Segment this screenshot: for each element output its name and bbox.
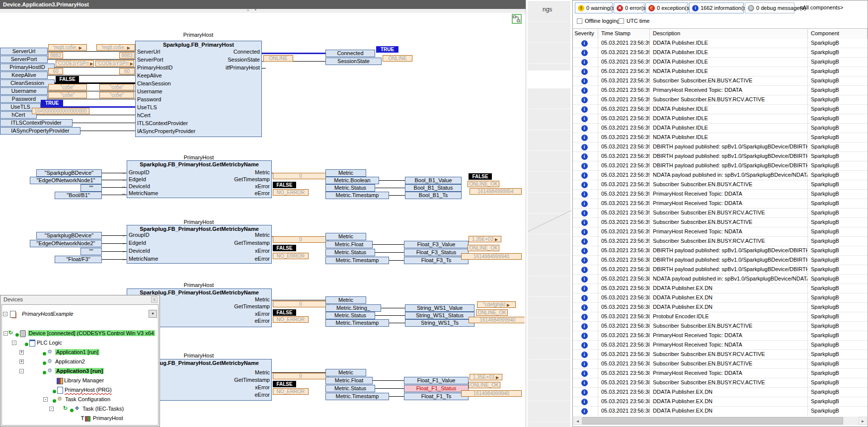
log-row[interactable]: i05.03.2021 23:56:39NDATA Publisher.IDLE… [573,67,868,76]
tree-item-task-configuration[interactable]: -⚙Task Configuration [2,395,158,404]
badge-online-ok[interactable]: ONLINE_OK [468,245,499,251]
vbox-username[interactable]: Username [0,87,48,95]
log-row[interactable]: i05.03.2021 23:56:38PrimaryHost Received… [573,341,868,350]
badge-no-error[interactable]: NO_ERROR [273,388,309,395]
log-row[interactable]: i05.03.2021 23:56:39DBIRTH payload publi… [573,142,868,152]
vbox-metric-timestamp[interactable]: Metric.Timestamp [325,257,389,264]
vbox-metric-timestamp[interactable]: Metric.Timestamp [325,319,389,327]
offline-logging-checkbox[interactable] [577,18,582,24]
bbadge-false[interactable]: FALSE [273,381,296,387]
tree-item-library-manager[interactable]: Library Manager [2,376,158,385]
vbox-primaryhostid[interactable]: PrimaryHostID [0,64,55,71]
badge-60[interactable]: 60 [119,68,135,74]
vbox-bool-b1-status[interactable]: Bool_B1_Status [405,184,462,192]
expand-icon[interactable]: + [19,359,24,364]
filter-warning-button[interactable]: !0 warning(s) [575,2,613,13]
vbox-metric[interactable]: Metric [325,233,366,240]
vbox-edgeofnetworknode1[interactable]: "EdgeOfNetworkNode1" [30,177,102,184]
badge-60[interactable]: 60 [48,68,63,74]
log-row[interactable]: i05.03.2021 23:56:39Subscriber Subscribe… [573,237,868,246]
vbox-[interactable]: "" [80,184,102,192]
badge-no-error[interactable]: NO_ERROR [273,189,309,196]
bbadge-false[interactable]: FALSE [56,76,79,82]
log-row[interactable]: i05.03.2021 23:56:39NDATA Publisher.IDLE… [573,133,868,142]
log-row[interactable]: i05.03.2021 23:56:39PrimaryHost Received… [573,190,868,199]
vbox-float-f3-ts[interactable]: Float_F3_Ts [404,257,469,264]
vbox-metric-status[interactable]: Metric.Status [325,312,375,319]
column-header-time-stamp[interactable]: Time Stamp [598,29,650,39]
log-row[interactable]: i05.03.2021 23:56:39Subscriber Subscribe… [573,180,868,190]
log-row[interactable]: i05.03.2021 23:56:39PrimaryHost Received… [573,199,868,209]
badge-mqtt-co5e[interactable]: 'mqtt.co5e.▶ [96,44,135,51]
log-row[interactable]: i05.03.2021 23:56:39DDATA Publisher.IDLE… [573,58,868,67]
vbox-metric[interactable]: Metric [325,296,366,304]
badge-1-35e-03[interactable]: 1.35E+03▶ [470,374,502,380]
badge-1614984999940[interactable]: 1614984999940 [461,390,522,397]
badge-online[interactable]: ONLINE [263,55,293,62]
log-row[interactable]: i05.03.2021 23:56:38Subscriber Subscribe… [573,350,868,359]
expander-icon[interactable]: - [3,312,7,316]
badge-1614984999954[interactable]: 1614984999954 [470,188,522,195]
collapse-down-icon[interactable]: ▾ [254,7,257,12]
column-header-severity[interactable]: Severity [573,29,598,39]
blbadge-true[interactable]: TRUE [41,100,63,106]
log-row[interactable]: i05.03.2021 23:56:38PrimaryHost Received… [573,369,868,378]
log-row[interactable]: i05.03.2021 23:56:39PrimaryHost Received… [573,86,868,95]
bbadge-false[interactable]: FALSE [273,182,296,188]
log-row[interactable]: i05.03.2021 23:56:39DDATA Publisher.IDLE… [573,48,868,58]
bbadge-false[interactable]: FALSE [273,309,296,316]
vbox-metric-status[interactable]: Metric.Status [325,385,375,392]
bbadge-false[interactable]: FALSE [469,173,492,180]
log-row[interactable]: i05.03.2021 23:56:38DDATA Publisher.EX.D… [573,284,868,293]
vbox-serverurl[interactable]: ServerUrl [0,48,48,55]
utc-time-checkbox[interactable] [619,18,624,24]
vbox-sparkplugbdevice[interactable]: "SparkplugBDevice" [36,169,102,177]
filter-debug-button[interactable]: D0 debug message(s) [745,2,794,13]
filter-information-button[interactable]: i1662 information(s) [689,2,744,13]
log-row[interactable]: i05.03.2021 23:56:38Subscriber Subscribe… [573,359,868,369]
bbadge-false[interactable]: FALSE [273,245,296,251]
vbox-metric-status[interactable]: Metric.Status [325,249,375,256]
vbox-string-ws1-ts[interactable]: String_WS1_Ts [405,319,474,327]
log-row[interactable]: i05.03.2021 23:56:39DDATA Publisher.IDLE… [573,105,868,114]
badge-1614984999940[interactable]: 1614984999940 [469,317,525,323]
log-row[interactable]: i05.03.2021 23:56:38DBIRTH payload publi… [573,256,868,265]
collapse-icon[interactable]: - [49,407,54,411]
vbox-cleansession[interactable]: CleanSession [0,79,55,87]
vbox-sessionstate[interactable]: SessionState [325,58,382,65]
vbox-metric-float[interactable]: Metric.Float [325,377,373,384]
log-row[interactable]: i05.03.2021 23:56:38PrimaryHost Received… [573,331,868,341]
vbox-float-f1-status[interactable]: Float_F1_Status [404,385,469,392]
vbox-float-f1-ts[interactable]: Float_F1_Ts [404,393,469,400]
vbox-metric-boolean[interactable]: Metric.Boolean [325,177,379,184]
log-row[interactable]: i05.03.2021 23:56:38Subscriber Subscribe… [573,378,868,388]
vbox-metric-status[interactable]: Metric.Status [325,184,375,192]
badge-online-ok[interactable]: ONLINE_OK [476,309,508,316]
log-row[interactable]: i05.03.2021 23:56:38DDATA Publisher.EX.D… [573,397,868,407]
badge-co5e[interactable]: "co5e" [48,92,87,98]
tree-item-application3-run[interactable]: -⚙Application3 [run] [2,366,158,376]
badge-codesyspri[interactable]: "CODESYSPri▶ [56,60,94,67]
blbadge-true[interactable]: TRUE [376,46,398,53]
badge-co5e[interactable]: "co5e" [99,92,134,98]
badge-8883[interactable]: 8883 [48,52,63,59]
tree-item-application2[interactable]: +⚙Application2 [2,357,158,366]
badge-16-0000000000000000[interactable]: 16#0000000000000000 [32,108,89,114]
vbox-[interactable]: "" [80,248,102,255]
badge-codesyspri[interactable]: "CODESYSPri▶ [95,60,134,67]
vbox-metric-timestamp[interactable]: Metric.Timestamp [325,192,389,199]
badge-online-ok[interactable]: ONLINE_OK [468,181,499,187]
column-header-component[interactable]: Component [808,29,868,39]
tree-item-task-iec-tasks[interactable]: -↻❖Task (IEC-Tasks) [2,404,158,414]
vbox-float-f3-status[interactable]: Float_F3_Status [404,249,469,256]
vbox-bool-b1-value[interactable]: Bool_B1_Value [405,177,462,184]
vbox-metric-string[interactable]: Metric.String_ [325,304,381,312]
vbox-string-ws1-value[interactable]: String_WS1_Value [405,304,474,312]
badge-0[interactable]: 0 [273,173,328,179]
component-filter-dropdown[interactable]: <All components> [799,4,843,10]
vbox-float-f3-value[interactable]: Float_F3_Value [404,241,469,248]
log-row[interactable]: i05.03.2021 23:56:38Subscriber Subscribe… [573,322,868,331]
tree-item-plc-logic[interactable]: -PLC Logic [2,338,158,348]
vbox-float-f3[interactable]: "Float/F3" [55,256,102,263]
collapse-icon[interactable]: - [19,369,24,373]
